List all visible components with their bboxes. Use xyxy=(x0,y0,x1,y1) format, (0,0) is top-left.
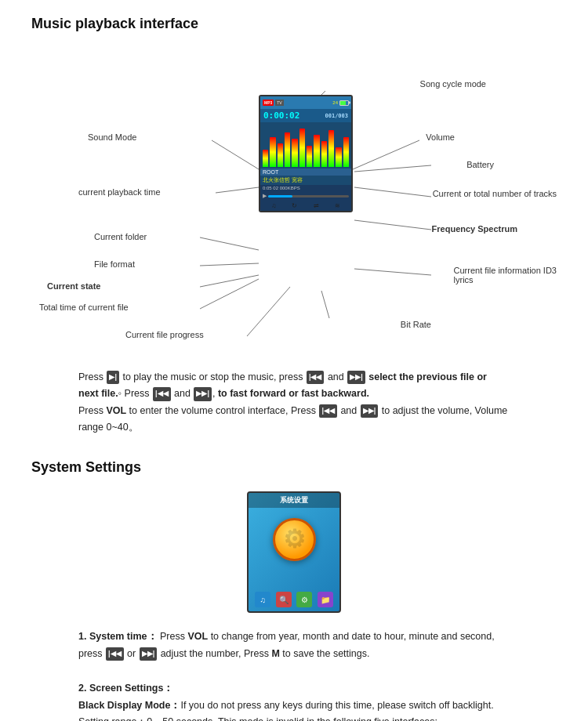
mp3-badge: MP3 xyxy=(263,100,274,106)
svg-line-4 xyxy=(216,187,259,193)
svg-line-7 xyxy=(200,237,259,250)
gear-teeth: ⚙ xyxy=(283,524,306,554)
vol-label: VOL xyxy=(106,405,126,416)
label-playback-time: current playback time xyxy=(78,187,161,197)
sys-icon-settings: ⚙ xyxy=(296,592,312,607)
progress-bar-bg xyxy=(268,195,349,197)
sys-item2-sub: Black Display Mode：If you do not press a… xyxy=(78,697,510,722)
sys-icon-search: 🔍 xyxy=(276,592,292,607)
svg-line-6 xyxy=(354,220,431,230)
label-current-state: Current state xyxy=(47,281,100,291)
screen-time-display: 0:00:02 001/003 xyxy=(260,109,351,122)
btn-next2: ▶▶| xyxy=(194,387,212,400)
screen-info-text: 0:05 02 000KBPS xyxy=(263,186,300,190)
sys-icon-folder: 📁 xyxy=(318,592,333,607)
svg-line-10 xyxy=(200,279,259,309)
item1-btn-prev: |◀◀ xyxy=(106,647,124,661)
svg-line-5 xyxy=(354,187,431,197)
icon-note: ♫ xyxy=(271,202,276,209)
eq-bar xyxy=(292,139,297,167)
svg-line-11 xyxy=(321,291,329,318)
instruction-line1: Press ▶| to play the music or stop the m… xyxy=(78,369,510,403)
battery-fill xyxy=(340,101,346,105)
screen-folder: ROOT xyxy=(260,168,351,176)
instruction-line2: Press VOL to enter the volume control in… xyxy=(78,403,510,437)
screen-right-icons: 24 xyxy=(332,100,349,106)
eq-bar xyxy=(321,141,327,167)
btn-prev2: |◀◀ xyxy=(153,387,171,400)
progress-bar-fill xyxy=(268,195,292,197)
system-settings-title: System Settings xyxy=(31,459,557,476)
item1-vol: VOL xyxy=(187,631,208,642)
svg-line-13 xyxy=(354,269,431,275)
diagram-container: Sound Mode current playback time Current… xyxy=(31,48,557,361)
label-sound-mode: Sound Mode xyxy=(88,132,136,142)
gear-container: ⚙ xyxy=(249,508,339,571)
btn-next3: ▶▶| xyxy=(361,404,379,418)
eq-bar xyxy=(328,130,334,167)
eq-bar xyxy=(263,150,268,167)
system-settings-section: System Settings 系统设置 ⚙ ♫ 🔍 ⚙ 📁 1. System… xyxy=(31,459,557,721)
music-section: Music playback interface xyxy=(31,16,557,436)
instructions: Press ▶| to play the music or stop the m… xyxy=(78,369,510,436)
item1-m: M xyxy=(271,648,279,659)
btn-next: ▶▶| xyxy=(347,371,365,384)
page-title: Music playback interface xyxy=(31,16,557,32)
play-icon: ▶ xyxy=(263,193,267,199)
btn-play: ▶| xyxy=(107,371,119,384)
icon-repeat: ↻ xyxy=(292,202,297,209)
battery-indicator xyxy=(339,100,349,106)
sys-item2: 2. Screen Settings： xyxy=(78,680,510,697)
label-file-progress: Current file progress xyxy=(125,330,204,339)
eq-bar xyxy=(336,147,341,167)
label-freq-spectrum: Frequency Spectrum xyxy=(432,224,517,234)
track-number: 001/003 xyxy=(325,113,348,119)
item2-num: 2. Screen Settings： xyxy=(78,683,173,694)
sys-item1: 1. System time： Press VOL to change from… xyxy=(78,629,510,663)
system-settings-text: 1. System time： Press VOL to change from… xyxy=(78,629,510,721)
btn-prev: |◀◀ xyxy=(307,371,325,384)
svg-line-1 xyxy=(212,140,259,169)
svg-line-9 xyxy=(200,275,259,287)
label-volume: Volume xyxy=(426,132,455,142)
item1-num: 1. System time： xyxy=(78,631,158,642)
screen-song: 北火张信哲 宽容 xyxy=(260,176,351,185)
eq-bar xyxy=(307,146,312,168)
screen-left-icons: MP3 TV xyxy=(263,100,284,106)
sys-bottom-row: ♫ 🔍 ⚙ 📁 xyxy=(249,592,339,607)
screen-bottom-icons: ♫ ↻ ⇌ ≋ xyxy=(260,201,351,211)
icon-shuffle: ⇌ xyxy=(314,202,319,209)
svg-line-2 xyxy=(353,140,419,169)
screen-progress: ▶ xyxy=(260,191,351,201)
label-bit-rate: Bit Rate xyxy=(401,320,431,329)
bold-ff: to fast forward or fast backward. xyxy=(218,388,369,399)
tv-badge: TV xyxy=(275,100,283,106)
sys-icon-music: ♫ xyxy=(255,592,270,607)
svg-line-12 xyxy=(247,287,290,336)
btn-prev3: |◀◀ xyxy=(319,404,337,418)
playback-time: 0:00:02 xyxy=(263,111,299,121)
gear-icon: ⚙ xyxy=(270,516,318,563)
eq-bar xyxy=(314,135,319,167)
eq-bar xyxy=(285,132,290,167)
sys-screen-title: 系统设置 xyxy=(249,493,339,508)
system-settings-screen: 系统设置 ⚙ ♫ 🔍 ⚙ 📁 xyxy=(247,491,341,613)
label-total-time: Total time of current file xyxy=(39,303,129,312)
eq-bar xyxy=(278,143,283,167)
svg-line-8 xyxy=(200,263,259,266)
label-tracks: Current or total number of tracks xyxy=(433,189,557,198)
label-song-cycle: Song cycle mode xyxy=(420,79,486,89)
item1-btn-next: ▶▶| xyxy=(140,647,158,661)
eq-bar xyxy=(270,137,275,168)
icon-eq: ≋ xyxy=(335,202,340,209)
eq-bar xyxy=(299,129,305,168)
label-file-format: File format xyxy=(94,259,135,269)
svg-line-3 xyxy=(354,165,431,172)
eq-display xyxy=(260,122,351,168)
label-battery: Battery xyxy=(466,160,494,169)
black-display-label: Black Display Mode： xyxy=(78,700,180,711)
label-file-info: Current file information ID3lyrics xyxy=(454,266,557,284)
screen-info: 0:05 02 000KBPS xyxy=(260,185,351,191)
screen-top-bar: MP3 TV 24 xyxy=(260,96,351,109)
eq-bar xyxy=(343,137,349,168)
